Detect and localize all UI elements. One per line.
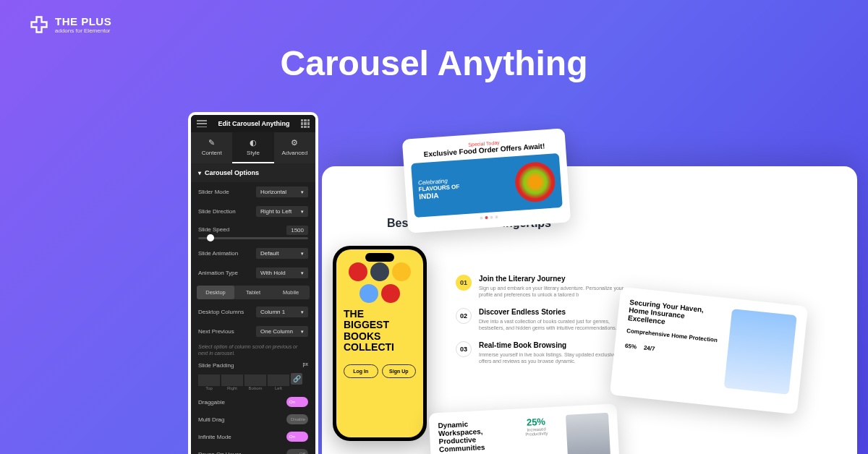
editor-tabs: ✎Content ◐Style ⚙Advanced (191, 132, 315, 163)
brand-title: THE PLUS (55, 15, 111, 27)
tab-content[interactable]: ✎Content (191, 132, 232, 163)
editor-panel: Edit Carousel Anything ✎Content ◐Style ⚙… (188, 112, 318, 454)
brand-logo: THE PLUS addons for Elementor (29, 14, 111, 35)
padding-left[interactable] (268, 374, 289, 386)
toggle-pause-on-hover[interactable]: Off (286, 449, 308, 454)
pencil-icon: ✎ (194, 138, 229, 147)
insurance-card: Securing Your Haven, Home Insurance Exce… (610, 287, 808, 414)
family-image (724, 309, 797, 395)
steps-list: 01 Join the Literary JourneySign up and … (456, 275, 629, 375)
signup-button[interactable]: Sign Up (382, 364, 417, 378)
device-mobile[interactable]: Mobile (272, 286, 310, 299)
link-icon[interactable]: 🔗 (291, 373, 302, 385)
login-button[interactable]: Log In (344, 364, 378, 378)
padding-right[interactable] (221, 374, 243, 386)
toggle-infinite-mode[interactable]: On (286, 432, 308, 442)
control-slide-speed: Slide Speed 1500 (191, 221, 315, 244)
grid-icon[interactable] (301, 119, 310, 128)
brand-subtitle: addons for Elementor (55, 27, 111, 34)
device-tabs: Desktop Tablet Mobile (197, 286, 310, 299)
control-next-previous: Next Previous One Column (191, 322, 315, 341)
control-draggable: Draggable On (191, 393, 315, 411)
control-infinite-mode: Infinite Mode On (191, 428, 315, 445)
phone-avatars (344, 262, 416, 303)
slide-speed-slider[interactable] (198, 237, 308, 239)
step-3: 03 Real-time Book BrowsingImmerse yourse… (456, 341, 629, 364)
step-2: 02 Discover Endless StoriesDive into a v… (456, 308, 629, 331)
food-card: Special Today Exclusive Food Order Offer… (402, 128, 571, 233)
toggle-multi-drag[interactable]: Disable (286, 414, 308, 424)
control-multi-drag: Multi Drag Disable (191, 411, 315, 428)
phone-mockup: THE BIGGEST BOOKS COLLECTI Log In Sign U… (333, 246, 427, 441)
select-slide-animation[interactable]: Default (256, 248, 308, 259)
control-slide-animation: Slide Animation Default (191, 244, 315, 263)
workspace-image (566, 413, 610, 454)
padding-bottom[interactable] (244, 374, 266, 386)
control-slide-padding: Slide Padding px 🔗 Top Right Bottom Left (191, 359, 315, 393)
food-banner: Celebrating FLAVOURS OF INDIA (411, 153, 563, 218)
control-slide-direction: Slide Direction Right to Left (191, 202, 315, 221)
hero-title: Carousel Anything (281, 43, 588, 83)
tab-advanced[interactable]: ⚙Advanced (274, 132, 315, 163)
control-slider-mode: Slider Mode Horizontal (191, 182, 315, 202)
device-desktop[interactable]: Desktop (197, 286, 234, 299)
select-next-previous[interactable]: One Column (256, 326, 308, 337)
select-slide-direction[interactable]: Right to Left (256, 206, 308, 217)
phone-notch (365, 253, 394, 262)
padding-top[interactable] (198, 374, 220, 386)
hamburger-icon[interactable] (197, 120, 207, 127)
control-animation-type: Animation Type With Hold (191, 263, 315, 283)
editor-header: Edit Carousel Anything (191, 115, 315, 132)
select-slider-mode[interactable]: Horizontal (256, 187, 308, 197)
slide-speed-value[interactable]: 1500 (286, 226, 308, 235)
hint-text: Select option of column scroll on previo… (191, 341, 315, 359)
step-1: 01 Join the Literary JourneySign up and … (456, 275, 629, 298)
gear-icon: ⚙ (277, 138, 312, 147)
food-image (514, 160, 556, 203)
section-carousel-options[interactable]: Carousel Options (191, 163, 315, 182)
tab-style[interactable]: ◐Style (232, 132, 273, 163)
select-animation-type[interactable]: With Hold (256, 267, 308, 278)
editor-title: Edit Carousel Anything (207, 120, 301, 127)
plus-icon (29, 14, 49, 35)
contrast-icon: ◐ (235, 138, 271, 147)
select-desktop-columns[interactable]: Column 1 (256, 307, 308, 317)
control-desktop-columns: Desktop Columns Column 1 (191, 302, 315, 322)
control-pause-on-hover: Pause On Hover Off (191, 445, 315, 454)
toggle-draggable[interactable]: On (286, 397, 308, 407)
device-tablet[interactable]: Tablet (234, 286, 272, 299)
